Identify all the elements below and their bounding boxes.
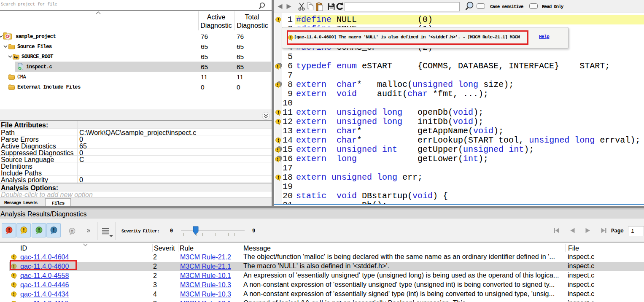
svg-text:2: 2 bbox=[71, 229, 73, 233]
